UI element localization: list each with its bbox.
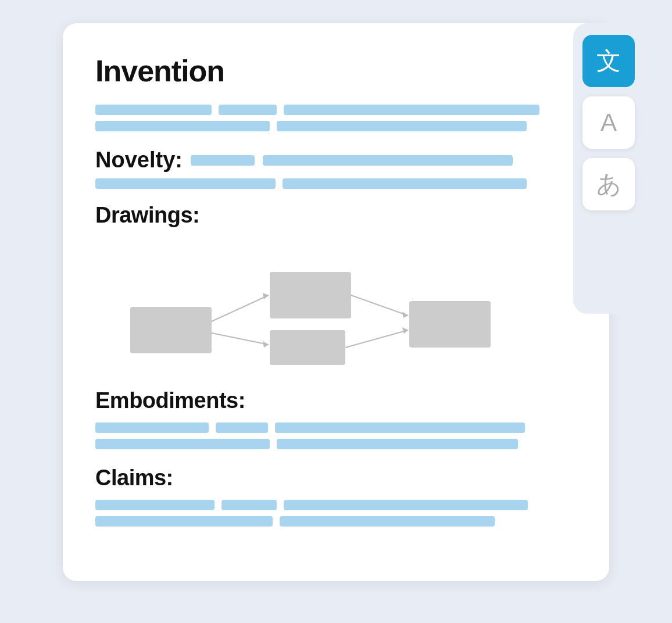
text-bar — [284, 500, 528, 510]
text-bar — [219, 105, 277, 115]
claims-text-lines — [95, 500, 577, 527]
text-line-row-1 — [95, 105, 577, 115]
text-bar — [277, 121, 527, 131]
embodiments-section: Embodiments: — [95, 388, 577, 449]
diagram-svg — [107, 237, 514, 365]
text-bar — [277, 439, 518, 449]
novelty-section: Novelty: — [95, 148, 577, 189]
svg-rect-1 — [270, 272, 351, 318]
outer-container: Invention Novelty: — [0, 0, 672, 623]
diagram — [107, 237, 514, 365]
svg-line-6 — [212, 333, 269, 345]
claims-section: Claims: — [95, 466, 577, 527]
novelty-row: Novelty: — [95, 148, 577, 173]
embodiments-text-lines — [95, 423, 577, 449]
text-bar — [95, 178, 276, 189]
japanese-translate-button[interactable]: あ — [582, 158, 635, 210]
drawings-label: Drawings: — [95, 203, 577, 228]
english-translate-button[interactable]: A — [582, 96, 635, 149]
svg-rect-0 — [130, 307, 212, 353]
text-bar — [284, 105, 539, 115]
text-bar — [280, 516, 495, 527]
svg-rect-2 — [270, 330, 345, 365]
svg-line-4 — [212, 295, 269, 321]
invention-text-lines — [95, 105, 577, 131]
text-bar — [95, 121, 270, 131]
text-line-row-e2 — [95, 439, 577, 449]
text-bar — [95, 439, 270, 449]
text-bar — [275, 423, 525, 433]
text-line-row-e1 — [95, 423, 577, 433]
claims-label: Claims: — [95, 466, 577, 490]
chinese-translate-button[interactable]: 文 — [582, 35, 635, 87]
svg-line-8 — [351, 295, 408, 316]
text-line-row-c2 — [95, 516, 577, 527]
text-line-row-3 — [95, 178, 577, 189]
embodiments-label: Embodiments: — [95, 388, 577, 413]
svg-rect-3 — [409, 301, 491, 348]
text-bar — [95, 516, 273, 527]
svg-line-10 — [345, 330, 408, 348]
drawings-section: Drawings: — [95, 203, 577, 365]
text-line-row-c1 — [95, 500, 577, 510]
text-bar — [95, 500, 215, 510]
text-bar — [191, 155, 255, 166]
text-bar — [216, 423, 268, 433]
novelty-label: Novelty: — [95, 148, 183, 173]
main-card: Invention Novelty: — [63, 23, 609, 581]
page-title: Invention — [95, 53, 577, 88]
text-bar — [95, 105, 212, 115]
svg-marker-7 — [263, 341, 269, 348]
text-bar — [95, 423, 209, 433]
svg-marker-11 — [402, 327, 408, 334]
text-bar — [283, 178, 527, 189]
sidebar: 文 A あ — [573, 23, 649, 314]
text-line-row-2 — [95, 121, 577, 131]
text-bar — [263, 155, 513, 166]
text-bar — [221, 500, 277, 510]
